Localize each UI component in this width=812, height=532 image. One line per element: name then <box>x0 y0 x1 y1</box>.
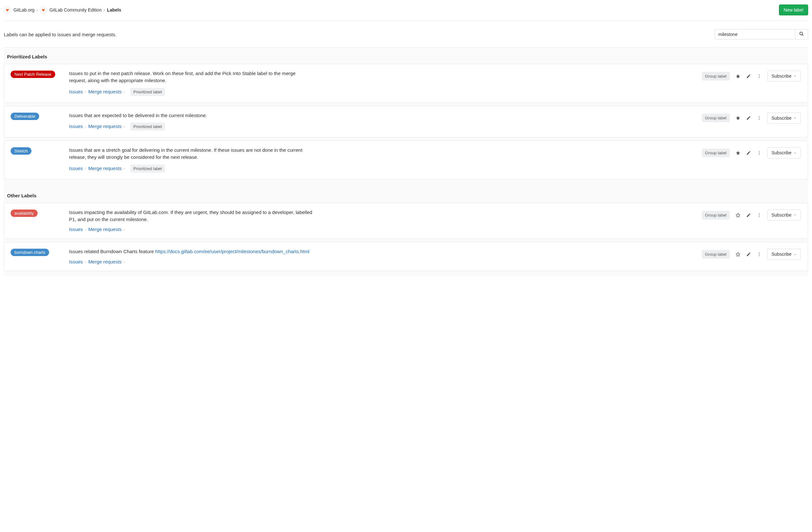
issues-link[interactable]: Issues <box>69 259 83 264</box>
merge-requests-link[interactable]: Merge requests <box>88 259 122 264</box>
pencil-icon[interactable] <box>746 116 751 120</box>
label-links: Issues · Merge requests · <box>69 226 695 232</box>
label-pill[interactable]: availability <box>11 209 38 217</box>
chevron-right-icon: › <box>104 8 105 13</box>
subscribe-button[interactable]: Subscribe <box>767 147 801 158</box>
prioritized-chip: Prioritized label <box>130 122 165 131</box>
label-description: Issues that are a stretch goal for deliv… <box>69 147 313 161</box>
gitlab-logo-icon <box>40 6 47 14</box>
group-label-badge: Group label <box>702 114 730 122</box>
merge-requests-link[interactable]: Merge requests <box>88 123 122 129</box>
label-actions: Group label Subscribe <box>702 209 801 220</box>
merge-requests-link[interactable]: Merge requests <box>88 166 122 171</box>
pencil-icon[interactable] <box>746 150 751 155</box>
subscribe-button[interactable]: Subscribe <box>767 113 801 123</box>
search-input[interactable] <box>715 29 795 40</box>
svg-point-7 <box>759 119 759 120</box>
prioritized-chip: Prioritized label <box>130 165 165 173</box>
svg-point-10 <box>759 154 759 155</box>
subscribe-button[interactable]: Subscribe <box>767 71 801 82</box>
pencil-icon[interactable] <box>746 252 751 257</box>
svg-point-5 <box>759 116 759 117</box>
header-row: GitLab.org › GitLab Community Edition › … <box>4 0 808 21</box>
gitlab-logo-icon <box>4 6 11 14</box>
svg-point-16 <box>759 255 759 256</box>
issues-link[interactable]: Issues <box>69 166 83 171</box>
star-icon[interactable] <box>736 150 740 155</box>
svg-point-2 <box>759 74 759 75</box>
star-icon[interactable] <box>736 213 740 218</box>
group-label-badge: Group label <box>702 72 730 80</box>
label-card: Next Patch Release Issues to put in the … <box>4 64 808 103</box>
svg-point-3 <box>759 76 759 76</box>
label-links: Issues · Merge requests · Prioritized la… <box>69 122 695 131</box>
label-links: Issues · Merge requests · Prioritized la… <box>69 88 695 96</box>
intro-text: Labels can be applied to issues and merg… <box>4 32 116 37</box>
issues-link[interactable]: Issues <box>69 123 83 129</box>
prioritized-section: Prioritized Labels Next Patch Release Is… <box>4 47 808 184</box>
star-icon[interactable] <box>736 116 740 120</box>
kebab-icon[interactable] <box>757 252 762 257</box>
svg-point-15 <box>759 254 759 254</box>
svg-point-11 <box>759 213 759 214</box>
chevron-right-icon: › <box>36 8 38 13</box>
label-links: Issues · Merge requests · Prioritized la… <box>69 165 695 173</box>
label-links: Issues · Merge requests · <box>69 259 695 264</box>
group-label-badge: Group label <box>702 149 730 157</box>
prioritized-chip: Prioritized label <box>130 88 165 96</box>
other-title: Other Labels <box>4 193 808 203</box>
star-icon[interactable] <box>736 252 740 257</box>
kebab-icon[interactable] <box>757 213 762 218</box>
merge-requests-link[interactable]: Merge requests <box>88 89 122 94</box>
star-icon[interactable] <box>736 74 740 79</box>
label-card: burndown charts Issues related Burndown … <box>4 242 808 271</box>
svg-point-12 <box>759 215 759 215</box>
merge-requests-link[interactable]: Merge requests <box>88 226 122 232</box>
label-card: Deliverable Issues that are expected to … <box>4 106 808 138</box>
svg-point-9 <box>759 152 759 153</box>
label-card: availability Issues impacting the availa… <box>4 203 808 239</box>
issues-link[interactable]: Issues <box>69 226 83 232</box>
new-label-button[interactable]: New label <box>779 4 808 15</box>
label-actions: Group label Subscribe <box>702 248 801 260</box>
breadcrumb: GitLab.org › GitLab Community Edition › … <box>4 6 121 14</box>
label-pill[interactable]: burndown charts <box>11 249 49 256</box>
kebab-icon[interactable] <box>757 74 762 79</box>
group-label-badge: Group label <box>702 211 730 220</box>
label-card: Stretch Issues that are a stretch goal f… <box>4 141 808 179</box>
subscribe-button[interactable]: Subscribe <box>767 249 801 260</box>
svg-point-13 <box>759 216 759 217</box>
label-actions: Group label Subscribe <box>702 112 801 123</box>
search-wrap <box>715 29 808 40</box>
issues-link[interactable]: Issues <box>69 89 83 94</box>
label-pill[interactable]: Stretch <box>11 147 31 155</box>
intro-row: Labels can be applied to issues and merg… <box>4 21 808 47</box>
svg-line-1 <box>802 35 803 36</box>
subscribe-button[interactable]: Subscribe <box>767 209 801 220</box>
label-actions: Group label Subscribe <box>702 70 801 82</box>
pencil-icon[interactable] <box>746 74 751 79</box>
pencil-icon[interactable] <box>746 213 751 218</box>
label-description: Issues to put in the next patch release.… <box>69 70 313 84</box>
svg-point-8 <box>759 151 759 152</box>
kebab-icon[interactable] <box>757 150 762 155</box>
search-icon <box>799 31 804 37</box>
label-actions: Group label Subscribe <box>702 147 801 158</box>
breadcrumb-current: Labels <box>107 8 121 13</box>
group-label-badge: Group label <box>702 250 730 258</box>
breadcrumb-project[interactable]: GitLab Community Edition <box>49 8 102 13</box>
label-pill[interactable]: Next Patch Release <box>11 71 55 78</box>
svg-point-0 <box>800 32 803 35</box>
label-pill[interactable]: Deliverable <box>11 113 39 120</box>
svg-point-6 <box>759 118 759 118</box>
prioritized-title: Prioritized Labels <box>4 54 808 64</box>
other-section: Other Labels availability Issues impacti… <box>4 184 808 276</box>
kebab-icon[interactable] <box>757 116 762 120</box>
label-description: Issues impacting the availability of Git… <box>69 209 313 223</box>
svg-point-4 <box>759 77 759 78</box>
svg-point-14 <box>759 252 759 253</box>
breadcrumb-org[interactable]: GitLab.org <box>14 8 34 13</box>
search-button[interactable] <box>795 29 808 40</box>
label-description-link[interactable]: https://docs.gitlab.com/ee/user/project/… <box>155 249 309 254</box>
label-description: Issues that are expected to be delivered… <box>69 112 313 119</box>
